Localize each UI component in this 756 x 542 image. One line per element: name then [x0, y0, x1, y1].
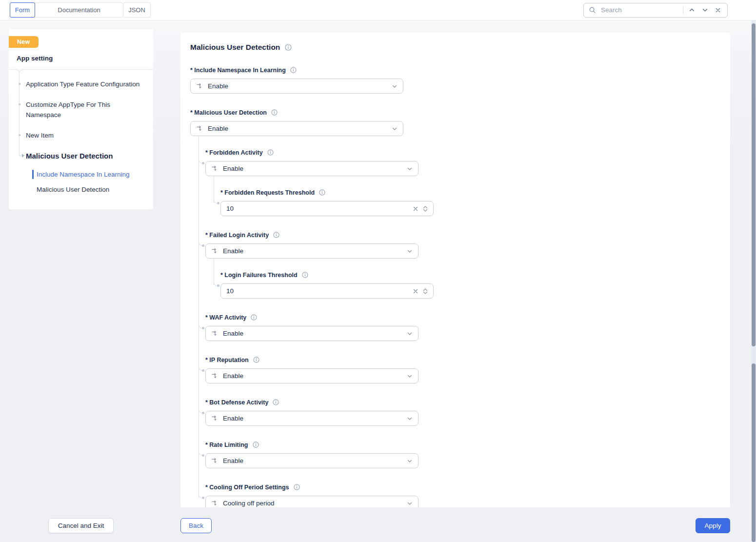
info-icon[interactable] [267, 149, 274, 156]
info-icon[interactable] [271, 109, 278, 116]
field-waf-activity: * WAF ActivityEnable [205, 314, 720, 341]
field-label: * Bot Defense Activity [205, 399, 268, 406]
tree-expander-icon[interactable] [16, 69, 23, 72]
scrollbar-thumb-lower[interactable] [752, 363, 756, 542]
field-label: * Include Namespace In Learning [190, 67, 286, 74]
back-button[interactable]: Back [180, 518, 212, 533]
search-close-icon[interactable] [714, 7, 722, 14]
info-icon[interactable] [253, 357, 259, 363]
branch-icon [211, 500, 219, 507]
branch-icon [211, 165, 219, 172]
search-prev-button[interactable] [687, 6, 696, 14]
field-label: * Forbidden Requests Threshold [220, 189, 315, 196]
clear-icon[interactable] [413, 288, 418, 294]
field-bot-defense-activity: * Bot Defense ActivityEnable [205, 399, 720, 426]
info-icon[interactable] [294, 484, 300, 490]
field-rate-limiting: * Rate LimitingEnable [205, 441, 720, 468]
field-label: * Login Failures Threshold [220, 272, 298, 279]
sidebar-item-new-item[interactable]: New Item [9, 130, 153, 141]
tab-json[interactable]: JSON [123, 2, 151, 18]
tab-form[interactable]: Form [10, 2, 35, 18]
select-value: Enable [223, 330, 402, 337]
malicious-user-detection-select[interactable]: Enable [190, 121, 403, 136]
field-label: * IP Reputation [205, 357, 249, 363]
select-value: Enable [208, 82, 387, 90]
sidebar-subitem-malicious-user-detection[interactable]: Malicious User Detection [37, 185, 145, 194]
search-box[interactable] [583, 3, 728, 18]
sidebar-panel: New App setting Application Type Feature… [9, 29, 153, 209]
info-icon[interactable] [273, 232, 279, 238]
number-stepper[interactable] [423, 205, 428, 212]
branch-icon [211, 247, 219, 255]
forbidden-activity-select[interactable]: Enable [205, 161, 418, 176]
info-icon[interactable] [302, 272, 308, 278]
info-icon[interactable] [285, 44, 292, 51]
new-badge: New [9, 36, 39, 48]
chevron-down-icon [392, 83, 398, 89]
sidebar-subitem-include-namespace-in-learning[interactable]: Include Namespace In Learning [37, 170, 145, 179]
apply-button[interactable]: Apply [696, 518, 730, 533]
cancel-and-exit-button[interactable]: Cancel and Exit [48, 518, 114, 533]
sidebar-divider [9, 69, 153, 73]
info-icon[interactable] [253, 442, 259, 448]
form-panel: Malicious User Detection * Include Names… [180, 33, 730, 507]
chevron-down-icon [407, 166, 413, 172]
info-icon[interactable] [273, 399, 279, 405]
branch-icon [211, 457, 219, 464]
info-icon[interactable] [251, 314, 257, 321]
cooling-off-period-settings-select[interactable]: Cooling off period [205, 496, 418, 507]
field-label: * Rate Limiting [205, 442, 248, 448]
sidebar-item-customize-apptype-for-this-namespace[interactable]: Customize AppType For This Namespace [9, 100, 153, 120]
field-forbidden-activity: * Forbidden ActivityEnable* Forbidden Re… [205, 149, 720, 216]
info-icon[interactable] [319, 189, 325, 196]
branch-icon [211, 372, 219, 380]
field-failed-login-activity: * Failed Login ActivityEnable* Login Fai… [205, 231, 720, 299]
field-include-namespace-in-learning: * Include Namespace In LearningEnable [190, 66, 720, 94]
chevron-down-icon [407, 501, 413, 506]
select-value: Cooling off period [223, 500, 402, 507]
stepper-up-icon[interactable] [423, 288, 428, 291]
scrollbar-track[interactable] [752, 20, 756, 542]
nested-fields: * Forbidden Requests Threshold [214, 189, 720, 216]
login-failures-threshold-input[interactable] [226, 287, 408, 295]
branch-icon [196, 125, 203, 132]
field-forbidden-requests-threshold: * Forbidden Requests Threshold [220, 189, 720, 216]
chevron-down-icon [407, 373, 413, 379]
select-value: Enable [223, 165, 402, 172]
sidebar-item-malicious-user-detection[interactable]: Malicious User Detection [9, 151, 153, 161]
search-input[interactable] [600, 6, 679, 14]
view-tabs: FormDocumentationJSON [10, 2, 151, 18]
tab-documentation[interactable]: Documentation [35, 2, 123, 18]
number-stepper[interactable] [423, 288, 428, 295]
stepper-up-icon[interactable] [423, 205, 428, 209]
login-failures-threshold-input-wrap [220, 283, 434, 299]
scrollbar-thumb[interactable] [752, 23, 756, 346]
field-label: * Malicious User Detection [190, 109, 267, 116]
select-value: Enable [223, 247, 402, 255]
chevron-down-icon [407, 248, 413, 254]
search-next-button[interactable] [700, 6, 710, 14]
chevron-down-icon [407, 458, 413, 464]
forbidden-requests-threshold-input[interactable] [226, 205, 408, 212]
field-malicious-user-detection: * Malicious User DetectionEnable* Forbid… [190, 109, 720, 507]
clear-icon[interactable] [413, 206, 418, 212]
top-bar: FormDocumentationJSON [0, 0, 756, 20]
waf-activity-select[interactable]: Enable [205, 326, 418, 341]
search-icon [589, 6, 596, 14]
select-value: Enable [208, 125, 387, 132]
stepper-down-icon[interactable] [423, 209, 428, 212]
info-icon[interactable] [290, 67, 297, 73]
branch-icon [211, 415, 219, 422]
stepper-down-icon[interactable] [423, 291, 428, 295]
ip-reputation-select[interactable]: Enable [205, 368, 418, 383]
sidebar-item-application-type-feature-configuration[interactable]: Application Type Feature Configuration [9, 79, 153, 89]
bot-defense-activity-select[interactable]: Enable [205, 411, 418, 426]
failed-login-activity-select[interactable]: Enable [205, 243, 418, 259]
rate-limiting-select[interactable]: Enable [205, 453, 418, 468]
field-ip-reputation: * IP ReputationEnable [205, 356, 720, 383]
chevron-down-icon [407, 416, 413, 422]
include-namespace-in-learning-select[interactable]: Enable [190, 79, 403, 94]
branch-icon [196, 82, 203, 90]
select-value: Enable [223, 415, 402, 422]
field-cooling-off-period-settings: * Cooling Off Period SettingsCooling off… [205, 483, 720, 507]
